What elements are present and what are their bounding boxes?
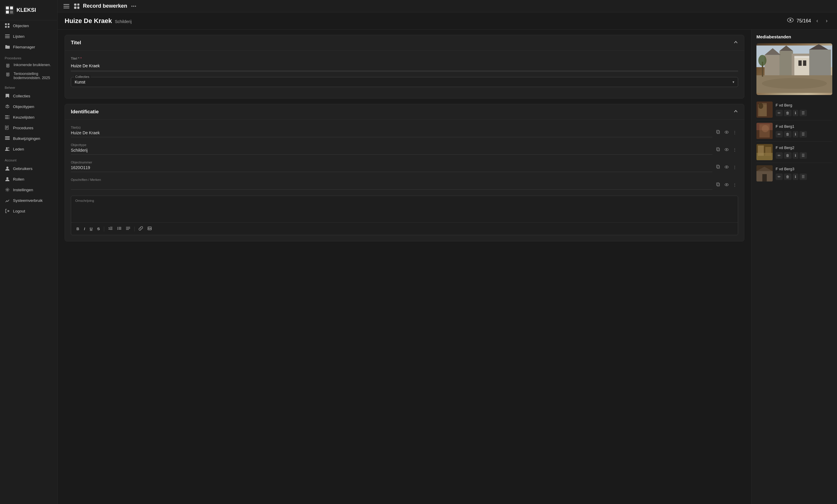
sidebar-item-keuzelijsten[interactable]: Keuzelijsten [0, 112, 57, 123]
objecttype-more-btn[interactable]: ⋮ [731, 146, 738, 153]
sidebar-item-objecten[interactable]: Objecten [0, 20, 57, 31]
collecties-value: Kunst [75, 80, 85, 84]
thumb-reorder-btn-0[interactable]: ☰ [800, 110, 807, 116]
svg-rect-108 [762, 174, 767, 181]
media-thumb-info-0: F vd Berg ✏ 🗑 ℹ ☰ [776, 103, 832, 116]
titel-section-header[interactable]: Titel [65, 35, 744, 51]
objectnummer-more-btn[interactable]: ⋮ [731, 164, 738, 170]
thumb-edit-btn-1[interactable]: ✏ [776, 131, 783, 138]
thumb-delete-btn-3[interactable]: 🗑 [784, 174, 791, 180]
app-logo[interactable]: KLEKSI [0, 0, 57, 20]
svg-point-37 [6, 167, 8, 169]
thumb-reorder-btn-3[interactable]: ☰ [800, 174, 807, 180]
svg-rect-72 [126, 227, 130, 228]
sidebar-item-rollen[interactable]: Rollen [0, 174, 57, 184]
sidebar-item-lijsten[interactable]: Lijsten [0, 31, 57, 42]
sidebar-label-inkomende: Inkomende bruiklenen. [14, 63, 51, 67]
objectnummer-view-btn[interactable] [723, 164, 730, 170]
thumb-delete-btn-2[interactable]: 🗑 [784, 152, 791, 159]
strikethrough-btn[interactable]: S [95, 226, 102, 232]
underline-btn[interactable]: U [88, 226, 94, 232]
thumb-edit-btn-2[interactable]: ✏ [776, 152, 783, 159]
identificatie-section: Identificatie Titel(s) Huize De Kraek [65, 104, 744, 241]
titels-view-btn[interactable] [723, 129, 730, 136]
media-main-image[interactable] [756, 43, 832, 95]
sidebar-item-gebruikers[interactable]: Gebruikers [0, 163, 57, 174]
layers-icon [5, 104, 10, 109]
sidebar-item-systeemverbruik[interactable]: Systeemverbruik [0, 195, 57, 206]
sidebar-item-filemanager[interactable]: Filemanager [0, 42, 57, 52]
opschriften-copy-btn[interactable] [715, 181, 722, 188]
italic-btn[interactable]: I [82, 226, 87, 232]
objecttype-view-btn[interactable] [723, 146, 730, 153]
titels-more-btn[interactable]: ⋮ [731, 129, 738, 136]
svg-rect-30 [6, 127, 8, 128]
titel-section: Titel Titel * Collect [65, 35, 744, 98]
opschriften-value [71, 183, 712, 190]
sidebar-item-tentoonstelling[interactable]: Tentoonstelling bodemvondsten. 2025 [0, 70, 57, 82]
sidebar-label-objecttypen: Objecttypen [13, 105, 34, 109]
svg-rect-78 [765, 55, 781, 76]
next-record-button[interactable]: › [823, 17, 830, 25]
thumb-delete-btn-1[interactable]: 🗑 [784, 131, 791, 138]
topbar-more-button[interactable] [131, 3, 137, 9]
opschriften-view-btn[interactable] [723, 181, 730, 188]
thumb-reorder-btn-1[interactable]: ☰ [800, 131, 807, 138]
svg-rect-103 [758, 145, 764, 156]
list-check-icon [5, 114, 10, 120]
titels-copy-btn[interactable] [715, 129, 722, 136]
prev-record-button[interactable]: ‹ [814, 17, 820, 25]
svg-rect-64 [110, 228, 112, 229]
thumb-reorder-btn-2[interactable]: ☰ [800, 152, 807, 159]
thumb-edit-btn-3[interactable]: ✏ [776, 174, 783, 180]
svg-point-41 [131, 6, 132, 7]
thumb-info-btn-0[interactable]: ℹ [793, 110, 798, 116]
sidebar-item-bulkwijzigingen[interactable]: Bulkwijzigingen [0, 133, 57, 144]
media-thumb-name-2: F vd Berg2 [776, 145, 832, 150]
align-btn[interactable] [124, 225, 132, 233]
sidebar-label-filemanager: Filemanager [13, 45, 35, 49]
media-thumb-info-3: F vd Berg3 ✏ 🗑 ℹ ☰ [776, 167, 832, 180]
svg-point-76 [148, 228, 149, 228]
thumb-edit-btn-0[interactable]: ✏ [776, 110, 783, 116]
svg-point-36 [8, 147, 10, 149]
ordered-list-btn[interactable]: 1. [107, 225, 114, 233]
sidebar-label-gebruikers: Gebruikers [13, 166, 33, 171]
identificatie-section-header[interactable]: Identificatie [65, 104, 744, 120]
objectnummer-copy-btn[interactable] [715, 163, 722, 171]
collecties-select[interactable]: Collecties Kunst ▾ [71, 77, 738, 87]
thumb-info-btn-2[interactable]: ℹ [793, 152, 798, 159]
objecttype-copy-btn[interactable] [715, 146, 722, 154]
image-btn[interactable] [146, 225, 154, 233]
link-btn[interactable] [137, 225, 145, 233]
bookmark-icon [5, 93, 10, 98]
sidebar-item-logout[interactable]: Logout [0, 206, 57, 216]
hamburger-button[interactable] [64, 4, 69, 8]
omschrijving-editor[interactable] [71, 202, 738, 220]
app-name: KLEKSI [17, 7, 36, 13]
thumb-delete-btn-0[interactable]: 🗑 [784, 110, 791, 116]
identificatie-section-title: Identificatie [71, 109, 99, 115]
titel-input[interactable] [71, 62, 738, 71]
media-thumb-3[interactable] [756, 165, 773, 181]
media-thumb-2[interactable] [756, 144, 773, 160]
svg-rect-70 [119, 228, 121, 229]
thumb-info-btn-3[interactable]: ℹ [793, 174, 798, 180]
thumb-info-btn-1[interactable]: ℹ [793, 131, 798, 138]
sidebar-item-objecttypen[interactable]: Objecttypen [0, 101, 57, 112]
media-thumb-0[interactable] [756, 102, 773, 118]
sidebar-item-collecties[interactable]: Collecties [0, 91, 57, 101]
opschriften-more-btn[interactable]: ⋮ [731, 181, 738, 188]
titel-field-label: Titel * [71, 57, 738, 60]
sidebar-item-inkomende[interactable]: Inkomende bruiklenen. [0, 61, 57, 70]
svg-point-67 [118, 228, 118, 229]
sidebar-item-leden[interactable]: Leden [0, 144, 57, 154]
svg-point-49 [726, 132, 727, 133]
media-thumb-1[interactable] [756, 123, 773, 139]
unordered-list-btn[interactable] [115, 225, 123, 233]
sidebar-item-procedures[interactable]: Procedures [0, 123, 57, 133]
sidebar-item-instellingen[interactable]: Instellingen [0, 184, 57, 195]
bold-btn[interactable]: B [75, 226, 81, 232]
sidebar-label-tentoonstelling: Tentoonstelling bodemvondsten. 2025 [14, 72, 53, 80]
titel-chevron-icon [733, 40, 738, 46]
